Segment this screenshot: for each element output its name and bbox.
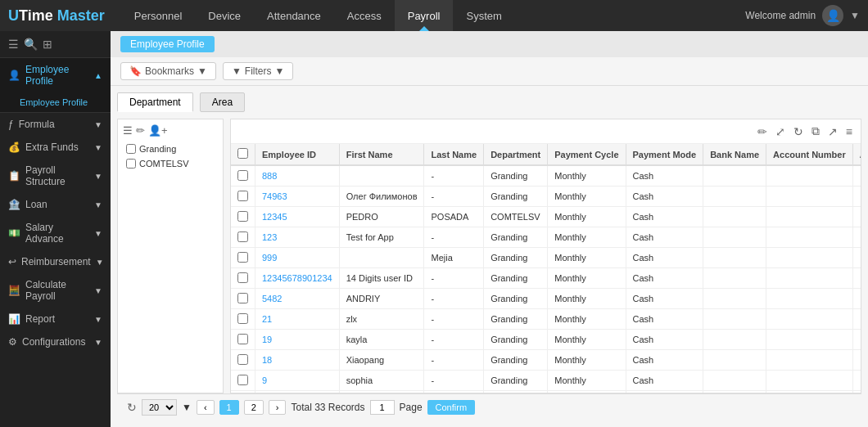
pagination-page2-button[interactable]: 2 [244,400,264,415]
salary-advance-icon: 💵 [8,227,20,239]
employee-id-link[interactable]: 74963 [262,191,287,201]
row-account-number [766,165,853,187]
user-avatar[interactable]: 👤 [822,5,843,26]
nav-item-system[interactable]: System [453,0,514,31]
employee-id-link[interactable]: 18 [262,355,272,365]
configurations-icon: ⚙ [8,336,17,348]
dept-checkbox-granding[interactable] [126,144,136,154]
report-icon: 📊 [8,313,20,325]
nav-item-personnel[interactable]: Personnel [121,0,196,31]
row-department: Granding [484,187,548,207]
row-checkbox[interactable] [237,293,248,303]
sidebar-grid-icon[interactable]: ⊞ [43,38,52,51]
sidebar-item-configurations[interactable]: ⚙ Configurations ▼ [0,330,111,353]
employee-id-link[interactable]: 19 [262,335,272,344]
employee-id-link[interactable]: 999 [262,253,277,263]
row-checkbox[interactable] [237,334,248,344]
sidebar-item-payroll-structure[interactable]: 📋 Payroll Structure ▼ [0,159,111,193]
left-panel-icons: ☰ ✏ 👤+ [123,124,218,137]
table-expand-icon[interactable]: ⤢ [774,124,787,140]
employee-id-link[interactable]: 9 [262,375,267,385]
pagination: ↻ 20 ▼ ‹ 1 2 › Total 33 Records Page Con… [117,393,861,420]
dept-item-granding[interactable]: Granding [123,142,218,156]
sidebar-item-reimbursement[interactable]: ↩ Reimbursement ▼ [0,250,111,273]
row-payment-mode: Cash [626,248,703,268]
employee-id-link[interactable]: 5482 [262,294,282,303]
tab-department[interactable]: Department [117,92,193,112]
sidebar-calculate-payroll-label: Calculate Payroll [25,279,89,302]
sidebar-item-extra-funds[interactable]: 💰 Extra Funds ▼ [0,136,111,159]
main-layout: ☰ 🔍 ⊞ 👤 Employee Profile ▲ Employee Prof… [0,31,868,427]
nav-item-device[interactable]: Device [195,0,254,31]
dept-label-granding: Granding [139,144,176,154]
filters-button[interactable]: ▼ Filters ▼ [223,62,293,80]
user-dropdown-icon[interactable]: ▼ [850,10,860,21]
sidebar-sub-item-employee-profile[interactable]: Employee Profile [0,92,111,112]
pagination-confirm-button[interactable]: Confirm [427,400,476,415]
app-logo[interactable]: UTime Master [8,7,105,25]
row-checkbox[interactable] [237,170,248,181]
left-panel-edit-icon[interactable]: ✏ [136,124,145,137]
row-checkbox-cell [231,309,255,330]
employee-id-link[interactable]: 12345 [262,212,287,222]
row-payment-cycle: Monthly [548,227,626,248]
sidebar-menu-icon[interactable]: ☰ [8,38,19,51]
table-share-icon[interactable]: ↗ [826,124,839,140]
employee-id-link[interactable]: 123 [262,232,277,242]
pagination-refresh-icon[interactable]: ↻ [127,401,137,414]
row-payment-mode: Cash [626,330,703,350]
employee-id-link[interactable]: 888 [262,171,277,181]
sidebar-item-formula[interactable]: ƒ Formula ▼ [0,113,111,136]
row-agent-id [852,391,861,393]
pagination-page1-button[interactable]: 1 [219,400,239,415]
row-first-name [339,165,424,187]
table-edit-icon[interactable]: ✏ [756,124,769,140]
sidebar-search-icon[interactable]: 🔍 [24,38,38,51]
row-checkbox[interactable] [237,231,248,242]
row-employee-id: 19 [255,330,340,350]
bookmarks-button[interactable]: 🔖 Bookmarks ▼ [120,62,216,80]
row-account-number [766,227,853,248]
row-department: Granding [484,350,548,371]
row-first-name: sophia [339,371,424,391]
table-copy-icon[interactable]: ⧉ [810,123,821,140]
left-panel-add-user-icon[interactable]: 👤+ [148,124,168,137]
formula-icon: ƒ [8,119,14,130]
row-checkbox[interactable] [237,211,248,222]
per-page-select[interactable]: 20 [142,399,177,416]
row-checkbox-cell [231,227,255,248]
dept-item-comtelsv[interactable]: COMTELSV [123,156,218,171]
row-payment-mode: Cash [626,268,703,289]
breadcrumb-bar: Employee Profile [111,31,868,57]
sidebar-item-loan[interactable]: 🏦 Loan ▼ [0,193,111,216]
pagination-next-button[interactable]: › [269,400,287,415]
pagination-page-input[interactable] [370,400,395,415]
table-more-icon[interactable]: ≡ [844,124,854,140]
tab-area[interactable]: Area [200,92,245,112]
sidebar-item-salary-advance[interactable]: 💵 Salary Advance ▼ [0,216,111,250]
sidebar-item-report[interactable]: 📊 Report ▼ [0,308,111,330]
table-refresh-icon[interactable]: ↻ [792,124,805,140]
dept-checkbox-comtelsv[interactable] [126,159,136,169]
nav-item-attendance[interactable]: Attendance [254,0,334,31]
row-payment-cycle: Monthly [548,268,626,289]
row-checkbox[interactable] [237,191,248,201]
row-checkbox-cell [231,248,255,268]
employee-id-link[interactable]: 21 [262,314,272,324]
row-checkbox[interactable] [237,252,248,263]
nav-item-access[interactable]: Access [334,0,395,31]
row-checkbox[interactable] [237,354,248,365]
sidebar-item-calculate-payroll[interactable]: 🧮 Calculate Payroll ▼ [0,273,111,308]
row-last-name: - [424,309,484,330]
left-panel-list-icon[interactable]: ☰ [123,124,133,137]
row-checkbox[interactable] [237,375,248,385]
sidebar-item-employee-profile[interactable]: 👤 Employee Profile ▲ [0,58,111,92]
pagination-prev-button[interactable]: ‹ [197,400,215,415]
nav-item-payroll[interactable]: Payroll [395,0,454,31]
select-all-checkbox[interactable] [237,148,248,159]
row-checkbox[interactable] [237,272,248,283]
employee-id-link[interactable]: 12345678901234 [262,273,332,283]
breadcrumb-tab-employee-profile[interactable]: Employee Profile [120,36,215,52]
sidebar-employee-profile-section: 👤 Employee Profile ▲ Employee Profile [0,58,111,113]
row-checkbox[interactable] [237,313,248,324]
